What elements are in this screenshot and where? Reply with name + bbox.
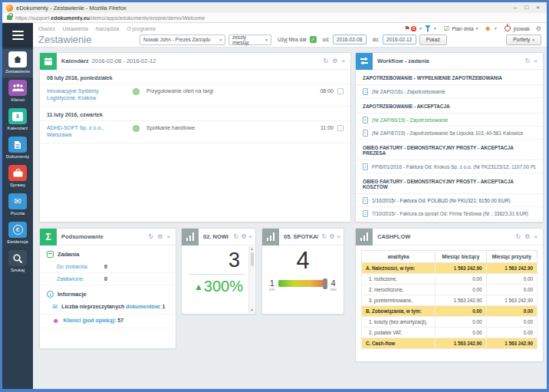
refresh-icon[interactable]: ↻ [525, 58, 531, 65]
gear-icon[interactable]: ⚙ [329, 233, 334, 241]
user-filter-select[interactable]: Nowak John - Prezes Zarządu ▾ [140, 35, 225, 45]
sidebar-item-dokumenty[interactable]: Dokumenty [2, 134, 33, 163]
gear-icon[interactable]: ⚙ [524, 233, 530, 241]
document-icon [363, 163, 368, 170]
cashflow-row-current: 1 563 242.90 [436, 263, 486, 274]
clients-care-value: 57 [117, 318, 123, 323]
event-client-link[interactable]: Innowacyjne Systemy Logistyczne, Kraków [47, 87, 122, 102]
summary-widget-title: Podsumowanie [61, 233, 145, 240]
todo-link[interactable]: Do zrobienia: [57, 264, 104, 269]
workflow-task[interactable]: 7/10/2015/ - Faktura za sprzęt Od: Firma… [356, 207, 543, 220]
gear-icon[interactable]: ⚙ [241, 233, 246, 241]
cashflow-col-header: analityka [362, 251, 436, 263]
gear-icon[interactable]: ⚙ [332, 58, 337, 65]
summary-widget-icon: Σ [40, 229, 57, 245]
filter-icon[interactable] [425, 25, 431, 32]
calendar-day-header: 11 luty 2016, czwartek [40, 107, 350, 120]
close-icon[interactable]: × [341, 58, 345, 65]
event-subject[interactable]: Przygotowanie ofert na targi [146, 87, 320, 94]
workflow-task-text: FP/6/01/2016 - Faktura Od: Krokus Sp. z … [372, 164, 536, 170]
logout-icon[interactable] [505, 25, 511, 31]
minimize-button[interactable]: – [514, 4, 517, 12]
sidebar-item-poczta[interactable]: ✉ Poczta [2, 191, 33, 219]
menu-toggle-button[interactable] [2, 23, 33, 48]
close-icon[interactable]: × [248, 233, 252, 241]
workflow-task[interactable]: (Nr ZAP/2/16) - Zapotrzebowanie [356, 85, 543, 98]
settings-icon[interactable]: ⚙ [536, 25, 541, 32]
sidebar-item-sprawy[interactable]: Sprawy [2, 163, 33, 191]
filter-caret-icon[interactable]: ▾ [434, 26, 436, 31]
gauge-min-value: 1 [270, 278, 274, 288]
calendar-day-glyph: 8 [12, 112, 23, 121]
tasks-icon [47, 251, 54, 258]
cashflow-row-current: 0.00 [436, 317, 486, 328]
date-filter-label: Użyj filtra dat [278, 37, 307, 42]
gauge-handle[interactable] [323, 278, 327, 289]
workflow-task[interactable]: (Nr ZAP/66/15) - Zapotrzebowanie [356, 114, 543, 127]
workflow-task[interactable]: 1/10/2015/ - Faktura Od: POLBUD (Nr FKU3… [356, 194, 543, 207]
workflow-task[interactable]: (Nr ZAP/67/15) - Zapotrzebowanie 5a Ligo… [356, 127, 543, 140]
user-filter-value: Nowak John - Prezes Zarządu [143, 37, 210, 42]
menu-ustawienia[interactable]: Ustawienia [63, 26, 88, 31]
menu-narzedzia[interactable]: Narzędzia [96, 26, 120, 31]
scroll-thumb[interactable] [251, 252, 254, 266]
user-avatar-icon[interactable]: ☻ [484, 25, 491, 32]
refresh-icon[interactable]: ↻ [321, 233, 327, 241]
event-subject[interactable]: Spotkanie handlowe [146, 124, 321, 130]
notifications-icon[interactable]: ⚑ [405, 25, 411, 32]
from-date-input[interactable] [333, 35, 367, 44]
close-icon[interactable]: × [166, 233, 170, 241]
event-checkbox[interactable] [337, 125, 344, 131]
close-button[interactable]: × [536, 4, 540, 12]
refresh-icon[interactable]: ↻ [323, 58, 328, 65]
scrollbar[interactable]: ▲▼ [248, 246, 255, 313]
period-filter-select[interactable]: zeszły miesiąc ▾ [228, 35, 271, 45]
cashflow-row-next: 0.00 [486, 274, 537, 285]
plan-dnia-button[interactable]: ☑ Plan dnia ▾ [444, 25, 478, 32]
maximize-button[interactable]: □ [524, 4, 528, 12]
workflow-task-text: 7/10/2015/ - Faktura za sprzęt Od: Firma… [372, 211, 528, 216]
todo-value: 0 [104, 264, 107, 269]
refresh-icon[interactable]: ↻ [233, 233, 238, 241]
close-icon[interactable]: × [534, 58, 537, 65]
summary-row: Do zrobienia: 0 [40, 261, 176, 273]
unread-documents-link[interactable]: dokumentów [126, 304, 159, 309]
refresh-icon[interactable]: ↻ [515, 233, 521, 241]
user-caret-icon[interactable]: ▾ [495, 26, 497, 31]
address-bar[interactable]: https://support.edokumenty.eu/demo/apps/… [15, 15, 205, 21]
documents-icon [8, 137, 27, 153]
menu-otworz[interactable]: Otwórz [38, 26, 55, 31]
refresh-icon[interactable]: ↻ [148, 233, 153, 241]
plan-dnia-icon: ☑ [444, 25, 450, 32]
notifications-caret-icon[interactable]: ▾ [419, 26, 422, 31]
sidebar-item-kalendarz[interactable]: 8 Kalendarz [2, 106, 33, 134]
event-client-link[interactable]: ADHD-SOFT Sp. z o.o., Warszawa [47, 124, 122, 139]
url-domain: edokumenty.eu [51, 15, 90, 21]
to-date-input[interactable] [383, 35, 416, 44]
firefox-icon [6, 5, 13, 12]
done-link[interactable]: Załatwione: [57, 276, 104, 282]
menu-o-programie[interactable]: O programie [127, 26, 156, 31]
sidebar-item-klienci[interactable]: Klienci [2, 77, 33, 106]
sidebar-item-zestawienie[interactable]: Zestawienie [2, 49, 33, 77]
close-icon[interactable]: × [337, 233, 340, 241]
gear-icon[interactable]: ⚙ [157, 233, 163, 241]
cashflow-row-next: 1 563 242.90 [486, 263, 537, 274]
sidebar: Zestawienie Klienci 8 Kalendarz Dokument… [2, 48, 33, 389]
workflow-group-header: OBIEG FAKTURY - DEMONSTRACYJNY PROSTY - … [356, 173, 543, 194]
sidebar-item-ewidencja[interactable]: € Ewidencja [2, 219, 33, 248]
sidebar-item-szukaj[interactable]: Szukaj [2, 248, 33, 276]
scroll-up-icon[interactable]: ▲ [250, 246, 254, 251]
date-filter-checkbox[interactable]: ✓ [310, 36, 317, 43]
calendar-widget-title: Kalendarz2016-02-08 - 2016-02-12 [61, 58, 320, 64]
close-icon[interactable]: × [534, 233, 537, 241]
period-filter-value: zeszły miesiąc [232, 35, 261, 45]
scroll-down-icon[interactable]: ▼ [249, 308, 255, 312]
home-icon [8, 51, 27, 68]
portlets-button[interactable]: Portlety ▾ [506, 35, 541, 45]
show-button[interactable]: Pokaż [419, 35, 447, 45]
sidebar-label: Sprawy [2, 183, 33, 188]
clients-care-link[interactable]: Klienci (pod opieką): [63, 318, 116, 323]
event-checkbox[interactable] [337, 88, 344, 94]
workflow-task[interactable]: FP/6/01/2016 - Faktura Od: Krokus Sp. z … [356, 160, 543, 173]
